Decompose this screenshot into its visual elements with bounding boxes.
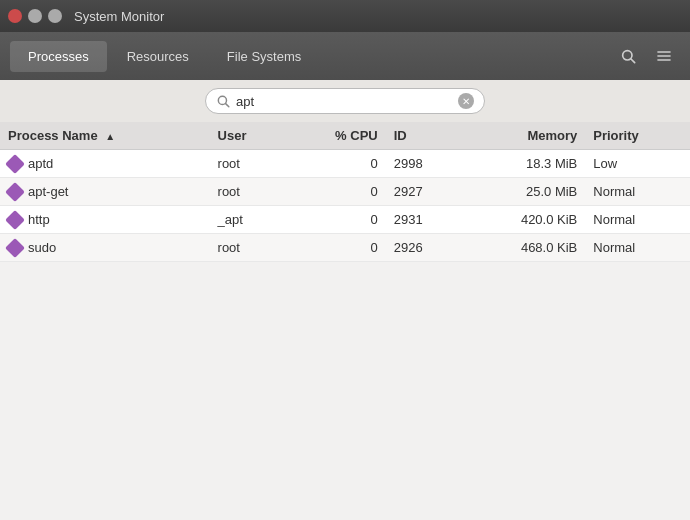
cell-memory: 420.0 KiB: [462, 206, 585, 234]
maximize-button[interactable]: [48, 9, 62, 23]
cell-id: 2998: [386, 150, 462, 178]
cell-user: root: [210, 178, 286, 206]
cell-id: 2931: [386, 206, 462, 234]
cell-user: _apt: [210, 206, 286, 234]
searchbar-area: ✕: [0, 80, 690, 122]
cell-priority: Low: [585, 150, 690, 178]
cell-memory: 25.0 MiB: [462, 178, 585, 206]
svg-line-6: [226, 104, 229, 107]
tab-processes[interactable]: Processes: [10, 41, 107, 72]
cell-cpu: 0: [286, 150, 386, 178]
cell-cpu: 0: [286, 206, 386, 234]
table-row[interactable]: apt-get root0292725.0 MiBNormal: [0, 178, 690, 206]
menu-icon: [656, 48, 672, 64]
cell-id: 2926: [386, 234, 462, 262]
cell-id: 2927: [386, 178, 462, 206]
process-name-text: sudo: [28, 240, 56, 255]
search-input[interactable]: [236, 94, 452, 109]
col-header-id[interactable]: ID: [386, 122, 462, 150]
table-header-row: Process Name ▲ User % CPU ID Memory Prio…: [0, 122, 690, 150]
process-name-text: http: [28, 212, 50, 227]
process-icon: [5, 238, 25, 258]
toolbar-tabs: Processes Resources File Systems: [10, 41, 319, 72]
col-header-cpu[interactable]: % CPU: [286, 122, 386, 150]
cell-user: root: [210, 234, 286, 262]
menu-button[interactable]: [648, 40, 680, 72]
col-header-user[interactable]: User: [210, 122, 286, 150]
cell-memory: 468.0 KiB: [462, 234, 585, 262]
search-button[interactable]: [612, 40, 644, 72]
toolbar-actions: [612, 40, 680, 72]
process-name-text: aptd: [28, 156, 53, 171]
process-table-wrapper: Process Name ▲ User % CPU ID Memory Prio…: [0, 122, 690, 262]
table-row[interactable]: http _apt02931420.0 KiBNormal: [0, 206, 690, 234]
cell-priority: Normal: [585, 234, 690, 262]
toolbar: Processes Resources File Systems: [0, 32, 690, 80]
col-header-name[interactable]: Process Name ▲: [0, 122, 210, 150]
tab-file-systems[interactable]: File Systems: [209, 41, 319, 72]
window-title: System Monitor: [74, 9, 164, 24]
process-icon: [5, 182, 25, 202]
col-header-memory[interactable]: Memory: [462, 122, 585, 150]
cell-priority: Normal: [585, 206, 690, 234]
cell-user: root: [210, 150, 286, 178]
search-clear-button[interactable]: ✕: [458, 93, 474, 109]
cell-memory: 18.3 MiB: [462, 150, 585, 178]
cell-cpu: 0: [286, 234, 386, 262]
process-icon: [5, 210, 25, 230]
cell-name: sudo: [0, 234, 210, 262]
search-icon: [620, 48, 636, 64]
minimize-button[interactable]: [28, 9, 42, 23]
cell-name: apt-get: [0, 178, 210, 206]
table-row[interactable]: sudo root02926468.0 KiBNormal: [0, 234, 690, 262]
process-table: Process Name ▲ User % CPU ID Memory Prio…: [0, 122, 690, 262]
cell-name: http: [0, 206, 210, 234]
cell-priority: Normal: [585, 178, 690, 206]
cell-name: aptd: [0, 150, 210, 178]
tab-resources[interactable]: Resources: [109, 41, 207, 72]
sort-arrow-icon: ▲: [105, 131, 115, 142]
titlebar: System Monitor: [0, 0, 690, 32]
cell-cpu: 0: [286, 178, 386, 206]
window-controls: [8, 9, 62, 23]
close-button[interactable]: [8, 9, 22, 23]
svg-line-1: [631, 59, 635, 63]
search-icon: [216, 94, 230, 108]
process-name-text: apt-get: [28, 184, 68, 199]
col-header-priority[interactable]: Priority: [585, 122, 690, 150]
table-row[interactable]: aptd root0299818.3 MiBLow: [0, 150, 690, 178]
search-box: ✕: [205, 88, 485, 114]
process-icon: [5, 154, 25, 174]
